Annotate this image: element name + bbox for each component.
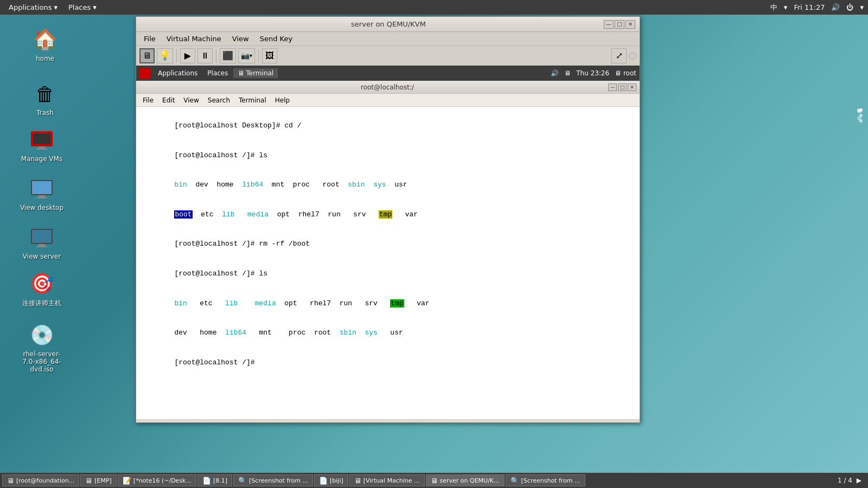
svg-rect-1 [33, 133, 50, 144]
inner-applications-menu[interactable]: Applications [154, 68, 202, 78]
places-arrow-icon: ▾ [93, 3, 97, 11]
connect-teacher-icon: 🎯 [29, 271, 55, 297]
qemu-menu-virtual-machine[interactable]: Virtual Machine [161, 34, 227, 44]
taskbar-icon-biji: 📄 [319, 477, 328, 485]
terminal-content[interactable]: [root@localhost Desktop]# cd / [root@loc… [136, 107, 640, 419]
terminal-window: root@localhost:/ — □ ✕ File Edit View Se… [136, 81, 640, 422]
inner-terminal-tab[interactable]: 🖥 Terminal [233, 68, 278, 78]
terminal-menu-help[interactable]: Help [271, 95, 294, 105]
terminal-close-button[interactable]: ✕ [628, 84, 636, 91]
applications-label: Applications [9, 3, 52, 11]
places-menu[interactable]: Places ▾ [64, 2, 101, 12]
taskbar-item-emp[interactable]: 🖥 [EMP] [80, 474, 117, 486]
qemu-menu-file[interactable]: File [138, 34, 161, 44]
svg-rect-6 [39, 195, 45, 197]
desktop-icon-view-desktop[interactable]: View desktop [17, 174, 66, 214]
terminal-menu-search[interactable]: Search [203, 95, 234, 105]
taskbar-item-root-foundation[interactable]: 🖥 [root@foundation... [2, 474, 79, 486]
qemu-minimize-button[interactable]: — [604, 20, 614, 29]
taskbar-label-root-foundation: [root@foundation... [16, 477, 74, 484]
input-method-icon: 中 [770, 3, 777, 12]
term-line-5: [root@localhost /]# rm -rf /boot [141, 229, 635, 259]
connect-teacher-label: 连接讲师主机 [22, 299, 61, 308]
applications-arrow-icon: ▾ [54, 3, 58, 11]
qemu-toolbar-separator-1 [176, 49, 177, 62]
desktop-icon-rhel-iso[interactable]: 💿 rhel-server-7.0-x86_64-dvd.iso [17, 320, 66, 375]
terminal-menu-terminal[interactable]: Terminal [234, 95, 271, 105]
term-line-8: dev home lib64 mnt proc root sbin sys us… [141, 318, 635, 348]
qemu-tool-circle [629, 52, 636, 60]
terminal-tab-icon: 🖥 [238, 69, 244, 77]
qemu-tool-display[interactable]: 🖥 [139, 48, 155, 63]
taskbar-item-screenshot2[interactable]: 🔍 [Screenshot from ... [506, 474, 585, 486]
desktop-icon-connect-teacher[interactable]: 🎯 连接讲师主机 [17, 268, 66, 310]
inner-places-menu[interactable]: Places [203, 68, 232, 78]
taskbar-item-81[interactable]: 📄 [8.1] [197, 474, 232, 486]
qemu-tool-fullscreen[interactable]: ⬛ [220, 48, 236, 63]
qemu-tool-play[interactable]: ▶ [180, 48, 195, 63]
desktop-icon-view-server[interactable]: View server [17, 222, 66, 262]
input-method-arrow: ▾ [784, 3, 788, 11]
applications-menu[interactable]: Applications ▾ [4, 2, 62, 12]
desktop-icon-trash[interactable]: 🗑 Trash [21, 79, 69, 119]
clock: Fri 11:27 [794, 3, 825, 11]
terminal-menu-file[interactable]: File [138, 95, 158, 105]
terminal-minimize-button[interactable]: — [608, 84, 617, 91]
taskbar-item-server-qemu[interactable]: 🖥 server on QEMU/K... [426, 474, 505, 486]
inner-user: 🖥 root [615, 69, 636, 77]
term-line-4: boot etc lib media opt rhel7 run srv tmp… [141, 200, 635, 230]
qemu-titlebar: server on QEMU/KVM — □ ✕ [136, 17, 640, 32]
qemu-menu-view[interactable]: View [227, 34, 254, 44]
svg-rect-2 [39, 146, 45, 149]
qemu-menubar: File Virtual Machine View Send Key [136, 32, 640, 46]
qemu-toolbar-right: ⤢ [611, 48, 636, 63]
taskbar-item-note16[interactable]: 📝 [*note16 (~/Desk... [118, 474, 196, 486]
taskbar-icon-root-foundation: 🖥 [7, 477, 14, 485]
term-line-7: bin etc lib media opt rhel7 run srv tmp … [141, 288, 635, 318]
svg-rect-7 [36, 197, 47, 198]
qemu-tool-pause[interactable]: ⏸ [197, 48, 213, 63]
qemu-close-button[interactable]: ✕ [626, 20, 635, 29]
taskbar-bottom: 🖥 [root@foundation... 🖥 [EMP] 📝 [*note16… [0, 473, 868, 488]
desktop-icon-manage-vms[interactable]: Manage VMs [17, 125, 66, 165]
places-label: Places [68, 3, 91, 11]
term-line-1: [root@localhost Desktop]# cd / [141, 111, 635, 141]
qemu-maximize-button[interactable]: □ [615, 20, 624, 29]
taskbar-label-81: [8.1] [213, 477, 227, 484]
rhel-logo [139, 68, 150, 79]
taskbar-icon-81: 📄 [202, 477, 211, 485]
qemu-win-buttons: — □ ✕ [604, 20, 635, 29]
inner-gnome-panel: Applications Places 🖥 Terminal 🔊 🖥 Thu 2… [136, 66, 640, 81]
taskbar-item-virtual-machine[interactable]: 🖥 [Virtual Machine ... [349, 474, 425, 486]
qemu-tool-light[interactable]: 💡 [157, 48, 173, 63]
right-dot-1 [857, 108, 861, 113]
terminal-menu-view[interactable]: View [179, 95, 203, 105]
taskbar-top: Applications ▾ Places ▾ 中 ▾ Fri 11:27 🔊 … [0, 0, 868, 15]
taskbar-item-biji[interactable]: 📄 [biji] [314, 474, 348, 486]
power-icon: ⏻ [846, 3, 853, 11]
terminal-maximize-button[interactable]: □ [618, 84, 627, 91]
desktop-icon-home[interactable]: 🏠 home [21, 24, 69, 65]
taskbar-label-emp: [EMP] [94, 477, 112, 484]
taskbar-item-screenshot1[interactable]: 🔍 [Screenshot from ... [233, 474, 313, 486]
terminal-scrollbar[interactable] [136, 419, 640, 422]
qemu-toolbar: 🖥 💡 ▶ ⏸ ⬛ 📷 ▾ 🖼 ⤢ [136, 46, 640, 66]
power-arrow: ▾ [860, 3, 864, 11]
qemu-menu-send-key[interactable]: Send Key [254, 34, 298, 44]
manage-vms-icon [29, 127, 55, 153]
qemu-tool-resize[interactable]: ⤢ [611, 48, 627, 63]
qemu-title: server on QEMU/KVM [173, 20, 604, 28]
qemu-tool-usb[interactable]: 🖼 [262, 48, 277, 63]
home-label: home [36, 55, 54, 62]
inner-panel-left: Applications Places 🖥 Terminal [139, 68, 278, 79]
page-indicator-arrow: ▶ [857, 477, 861, 484]
qemu-toolbar-separator-2 [216, 49, 216, 62]
inner-clock: Thu 23:26 [576, 69, 609, 77]
right-dot-2 [857, 116, 861, 120]
terminal-titlebar: root@localhost:/ — □ ✕ [136, 81, 640, 94]
qemu-tool-screenshot[interactable]: 📷 ▾ [238, 48, 255, 63]
terminal-menu-edit[interactable]: Edit [158, 95, 179, 105]
taskbar-top-right: 中 ▾ Fri 11:27 🔊 ⏻ ▾ [770, 3, 864, 12]
page-indicator-text: 1 / 4 [838, 477, 852, 484]
term-line-6: [root@localhost /]# ls [141, 259, 635, 289]
